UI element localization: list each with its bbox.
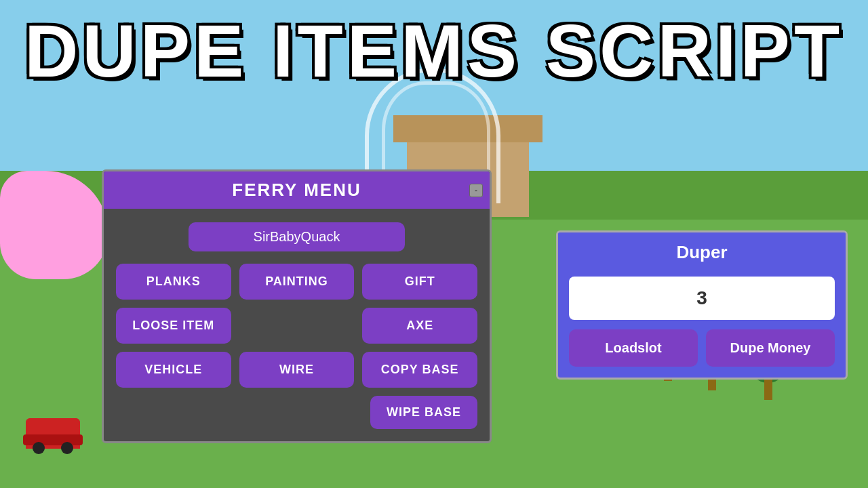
copy-base-button[interactable]: COPY BASE <box>362 352 477 388</box>
loose-item-button[interactable]: LOOSE ITEM <box>116 308 231 344</box>
dupe-money-button[interactable]: Dupe Money <box>706 329 835 367</box>
loadslot-button[interactable]: Loadslot <box>569 329 698 367</box>
duper-body: 3 Loadslot Dupe Money <box>558 270 846 367</box>
duper-menu-window: Duper 3 Loadslot Dupe Money <box>556 230 848 380</box>
page-title: DUPE ITEMS SCRIPT <box>0 14 868 88</box>
duper-header: Duper <box>558 232 846 270</box>
wire-button[interactable]: WIRE <box>239 352 355 388</box>
painting-button[interactable]: PAINTING <box>239 264 355 300</box>
button-row-3: VEHICLE WIRE COPY BASE <box>116 352 477 388</box>
button-row-1: PLANKS PAINTING GIFT <box>116 264 477 300</box>
planks-button[interactable]: PLANKS <box>116 264 231 300</box>
pink-character <box>0 171 108 279</box>
vehicle-button[interactable]: VEHICLE <box>116 352 231 388</box>
ferry-menu-body: SirBabyQuack PLANKS PAINTING GIFT LOOSE … <box>104 209 490 441</box>
duper-title: Duper <box>676 242 727 262</box>
username-display: SirBabyQuack <box>189 222 406 251</box>
wipe-base-row: WIPE BASE <box>116 396 477 429</box>
wipe-base-button[interactable]: WIPE BASE <box>370 396 477 429</box>
ferry-close-button[interactable]: - <box>469 184 483 197</box>
ferry-menu-header: FERRY MENU - <box>104 171 490 209</box>
axe-button[interactable]: AXE <box>362 308 477 344</box>
ferry-menu-title: FERRY MENU <box>232 180 361 201</box>
ferry-menu-window: FERRY MENU - SirBabyQuack PLANKS PAINTIN… <box>102 169 492 443</box>
red-vehicle <box>26 418 80 449</box>
gift-button[interactable]: GIFT <box>362 264 477 300</box>
button-row-2: LOOSE ITEM AXE <box>116 308 477 344</box>
duper-number-display: 3 <box>569 277 835 320</box>
duper-button-row: Loadslot Dupe Money <box>569 329 835 367</box>
